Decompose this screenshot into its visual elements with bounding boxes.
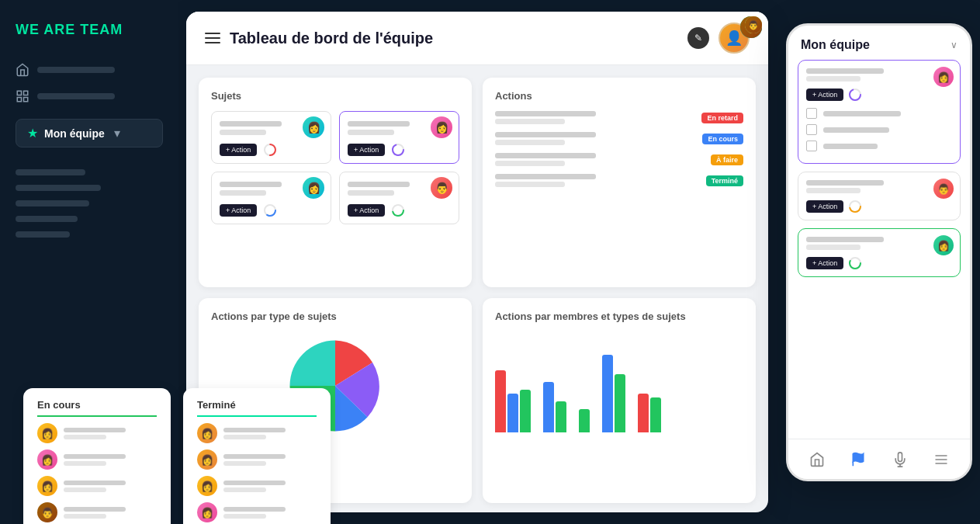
- action-button[interactable]: + Action: [806, 200, 843, 213]
- hamburger-menu-icon[interactable]: [205, 33, 220, 43]
- bar-group: [543, 382, 566, 432]
- bar-blue: [602, 355, 613, 432]
- list-avatar: 👩: [197, 502, 217, 522]
- star-icon: ★: [27, 126, 38, 141]
- sidebar-nav-home[interactable]: [16, 63, 163, 77]
- home-icon: [16, 63, 29, 77]
- mobile-header: Mon équipe ∨: [788, 26, 970, 60]
- mobile-title: Mon équipe: [801, 38, 946, 52]
- sujets-card: Sujets 👩 + Action: [199, 78, 472, 287]
- bottom-section: En cours 👩 👩 👩 👨: [23, 388, 331, 524]
- mobile-nav-home[interactable]: [808, 450, 826, 469]
- action-button[interactable]: + Action: [806, 88, 843, 101]
- sujet-item: 👩 + Action: [339, 111, 459, 164]
- status-badge: En retard: [701, 113, 743, 123]
- list-avatar: 👩: [197, 476, 217, 496]
- bar-chart-area: [495, 331, 743, 432]
- bar-group: [638, 394, 661, 432]
- mobile-checklist: [806, 108, 952, 151]
- sidebar-menu-bar: [16, 185, 101, 191]
- progress-circle: [263, 143, 277, 157]
- sujet-avatar: 👩: [431, 116, 452, 138]
- mobile-bottom-nav: [788, 439, 970, 479]
- sujets-grid: 👩 + Action 👩: [211, 111, 459, 224]
- bar-green: [556, 401, 566, 432]
- bar-red: [495, 370, 506, 432]
- main-header: Tableau de bord de l'équipe ✎ 👤: [186, 12, 768, 65]
- progress-circle: [848, 256, 862, 270]
- progress-circle: [263, 203, 277, 217]
- sidebar-nav-bar: [37, 67, 115, 73]
- sidebar-menu-bar: [16, 216, 78, 222]
- checkbox[interactable]: [806, 141, 817, 151]
- sidebar-menu-bar: [16, 169, 85, 175]
- actions-title: Actions: [495, 90, 743, 102]
- list-item: 👩: [197, 449, 317, 470]
- chevron-down-icon[interactable]: ∨: [951, 40, 957, 50]
- page-title: Tableau de bord de l'équipe: [230, 29, 678, 47]
- action-button[interactable]: + Action: [220, 144, 257, 156]
- bar-blue: [543, 382, 554, 432]
- list-item: 👩: [197, 423, 317, 443]
- sidebar-menu-bar: [16, 231, 70, 238]
- bar-group: [579, 409, 590, 432]
- sujet-item: 👩 + Action: [211, 111, 331, 164]
- status-badge: Terminé: [706, 175, 743, 186]
- list-avatar: 👩: [197, 449, 217, 470]
- bar-group: [602, 355, 625, 432]
- mobile-overlay: Mon équipe ∨ 👩 + Action: [786, 23, 972, 481]
- bar-red: [638, 394, 649, 432]
- check-item: [806, 108, 952, 119]
- mobile-body: 👩 + Action: [788, 60, 970, 436]
- actions-card: Actions 👩 En retard 👩 En cou: [483, 78, 756, 287]
- check-item: [806, 124, 952, 135]
- edit-icon[interactable]: ✎: [687, 27, 709, 49]
- progress-circle: [391, 203, 405, 217]
- svg-rect-1: [24, 91, 28, 95]
- brand-logo: WE ARE TEAM: [16, 22, 163, 38]
- team-label: Mon équipe: [44, 127, 105, 140]
- list-avatar: 👩: [37, 476, 57, 496]
- list-item: 👩: [197, 502, 317, 522]
- list-avatar: 👩: [197, 423, 217, 443]
- action-row: 👩 À faire: [495, 153, 743, 166]
- grid-icon: [16, 89, 29, 103]
- status-badge: En cours: [702, 134, 743, 144]
- action-row: 👨 Terminé: [495, 174, 743, 187]
- action-row: 👩 En cours: [495, 132, 743, 145]
- mobile-nav-menu[interactable]: [932, 450, 951, 469]
- checkbox[interactable]: [806, 108, 817, 119]
- svg-rect-0: [17, 91, 21, 95]
- progress-circle: [391, 143, 405, 157]
- list-item: 👨: [37, 502, 157, 522]
- action-button[interactable]: + Action: [220, 204, 257, 217]
- bar-blue: [507, 394, 518, 432]
- team-button[interactable]: ★ Mon équipe ▾: [16, 119, 163, 147]
- mobile-nav-mic[interactable]: [891, 450, 909, 469]
- list-item: 👩: [37, 423, 157, 443]
- action-button[interactable]: + Action: [348, 204, 385, 217]
- list-avatar: 👩: [37, 423, 57, 443]
- action-button[interactable]: + Action: [806, 257, 843, 269]
- action-row: 👩 En retard: [495, 111, 743, 124]
- list-avatar: 👨: [37, 502, 57, 522]
- sidebar-nav-grid[interactable]: [16, 89, 163, 103]
- en-cours-title: En cours: [37, 399, 157, 417]
- checkbox[interactable]: [806, 124, 817, 135]
- mobile-avatar: 👨: [933, 179, 954, 199]
- pie-chart-title: Actions par type de sujets: [211, 311, 459, 322]
- svg-rect-2: [17, 98, 21, 102]
- mobile-card: 👩 + Action: [798, 228, 961, 277]
- status-badge: À faire: [711, 154, 743, 165]
- mobile-card: 👨 + Action: [798, 172, 961, 220]
- termine-card: Terminé 👩 👩 👩 👩: [183, 388, 331, 524]
- termine-title: Terminé: [197, 399, 317, 417]
- list-item: 👩: [37, 449, 157, 470]
- list-avatar: 👩: [37, 449, 57, 470]
- mobile-nav-flag[interactable]: [849, 450, 867, 469]
- bar-green: [615, 374, 625, 432]
- en-cours-card: En cours 👩 👩 👩 👨: [23, 388, 171, 524]
- action-button[interactable]: + Action: [348, 144, 385, 156]
- sujet-avatar: 👨: [431, 177, 452, 199]
- sujet-item: 👨 + Action: [339, 172, 459, 224]
